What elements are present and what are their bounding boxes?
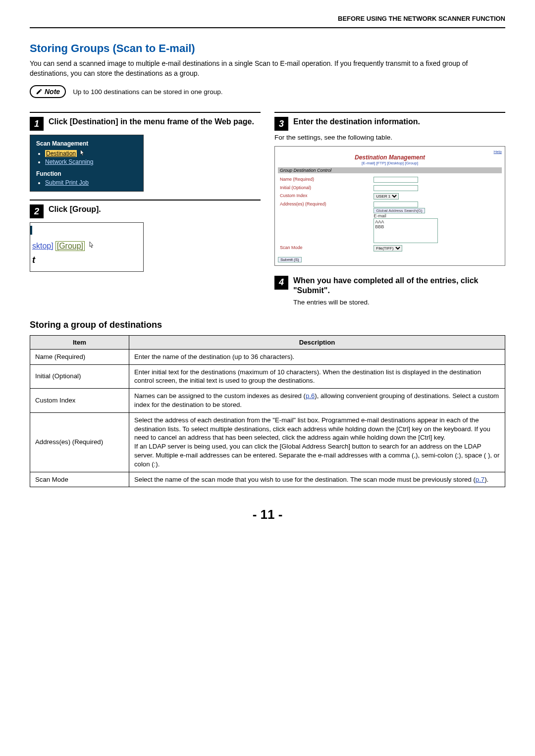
page-link[interactable]: p.6 — [306, 392, 315, 400]
cell-item: Initial (Optional) — [30, 364, 129, 389]
table-row: Scan Mode Select the name of the scan mo… — [30, 472, 505, 487]
scan-mode-select[interactable]: File(TIFF) — [374, 245, 402, 252]
step-number: 2 — [30, 204, 44, 218]
step-title: Enter the destination information. — [293, 117, 420, 127]
pencil-icon — [36, 88, 43, 95]
note-badge: Note — [30, 85, 66, 98]
menu-heading-function: Function — [36, 170, 137, 177]
submit-button[interactable]: Submit (S) — [278, 257, 302, 262]
section-title: Storing Groups (Scan to E-mail) — [30, 42, 505, 55]
cell-item: Custom Index — [30, 389, 129, 413]
step-2: 2 Click [Group]. — [30, 200, 261, 218]
menu-link-submit-print[interactable]: Submit Print Job — [45, 179, 89, 186]
menu-screenshot: Scan Management Destination Network Scan… — [30, 135, 144, 192]
link-fragment-sktop: sktop] — [32, 242, 54, 251]
text-fragment-t: t — [32, 255, 35, 265]
label-scan-mode: Scan Mode — [279, 245, 372, 252]
label-name: Name (Required) — [279, 176, 372, 184]
header-rule — [30, 27, 505, 28]
table-row: Initial (Optional) Enter initial text fo… — [30, 364, 505, 389]
step-number: 1 — [30, 117, 44, 131]
note-label: Note — [45, 88, 60, 96]
group-screenshot: sktop] [Group] t — [30, 222, 144, 272]
step-4-body: The entries will be stored. — [293, 299, 505, 306]
list-item[interactable]: BBB — [375, 224, 436, 229]
cell-desc: Names can be assigned to the custom inde… — [129, 389, 505, 413]
step-title: When you have completed all of the entri… — [293, 276, 505, 296]
label-custom-index: Custom Index — [279, 193, 372, 200]
subsection-title: Storing a group of destinations — [30, 320, 505, 330]
cell-item: Address(es) (Required) — [30, 412, 129, 472]
note-text: Up to 100 destinations can be stored in … — [73, 88, 222, 96]
custom-index-select[interactable]: USER 1 — [374, 193, 399, 200]
global-address-search-button[interactable]: Global Address Search(G) — [374, 208, 425, 213]
step-title: Click [Group]. — [49, 204, 101, 214]
step-4: 4 When you have completed all of the ent… — [274, 272, 505, 296]
step-title: Click [Destination] in the menu frame of… — [49, 117, 254, 127]
page-header: BEFORE USING THE NETWORK SCANNER FUNCTIO… — [30, 15, 505, 25]
note-row: Note Up to 100 destinations can be store… — [30, 85, 505, 98]
cell-item: Name (Required) — [30, 349, 129, 364]
cell-desc: Enter the name of the destination (up to… — [129, 349, 505, 364]
col-header-description: Description — [129, 335, 505, 349]
menu-link-destination[interactable]: Destination — [45, 150, 77, 157]
initial-input[interactable] — [374, 185, 418, 191]
step-3: 3 Enter the destination information. — [274, 112, 505, 131]
step-number: 3 — [274, 117, 288, 131]
label-addresses: Address(es) (Required) — [279, 201, 372, 244]
name-input[interactable] — [374, 177, 418, 183]
step-1: 1 Click [Destination] in the menu frame … — [30, 112, 261, 131]
dm-tabs[interactable]: [E-mail] [FTP] [Desktop] [Group] — [278, 161, 502, 165]
label-initial: Initial (Optional) — [279, 185, 372, 192]
cell-desc: Select the name of the scan mode that yo… — [129, 472, 505, 487]
section-intro: You can send a scanned image to multiple… — [30, 59, 505, 78]
destination-mgmt-screenshot: Help Destination Management [E-mail] [FT… — [274, 146, 505, 266]
page-link[interactable]: p.7 — [476, 476, 484, 483]
col-header-item: Item — [30, 335, 129, 349]
cursor-icon — [87, 241, 96, 252]
help-link[interactable]: Help — [278, 150, 502, 154]
destinations-table: Item Description Name (Required) Enter t… — [30, 335, 505, 488]
link-group[interactable]: [Group] — [55, 241, 85, 251]
cell-desc: Select the address of each destination f… — [129, 412, 505, 472]
cell-desc: Enter initial text for the destinations … — [129, 364, 505, 389]
group-dest-control-header: Group Destination Control — [278, 167, 502, 173]
list-item[interactable]: AAA — [375, 219, 436, 224]
menu-heading-scan: Scan Management — [36, 140, 137, 147]
table-row: Address(es) (Required) Select the addres… — [30, 412, 505, 472]
dm-title: Destination Management — [278, 154, 502, 161]
address-input[interactable] — [374, 202, 418, 207]
cell-item: Scan Mode — [30, 472, 129, 487]
step-number: 4 — [274, 276, 288, 290]
label-email: E-mail — [374, 213, 386, 218]
table-row: Name (Required) Enter the name of the de… — [30, 349, 505, 364]
table-row: Custom Index Names can be assigned to th… — [30, 389, 505, 413]
menu-link-network-scanning[interactable]: Network Scanning — [45, 158, 93, 165]
email-listbox[interactable]: AAA BBB — [374, 218, 438, 243]
cursor-icon — [78, 149, 86, 158]
page-number: - 11 - — [30, 507, 505, 522]
step-3-body: For the settings, see the following tabl… — [274, 134, 505, 141]
